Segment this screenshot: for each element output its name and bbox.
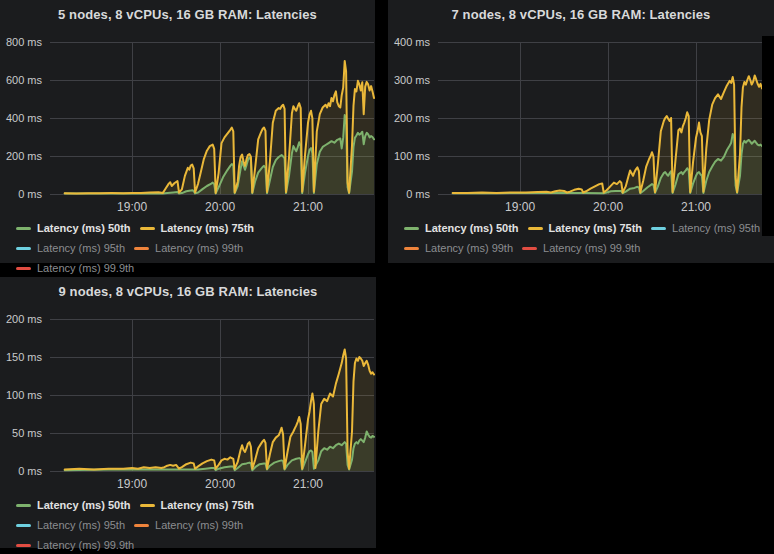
legend-label: Latency (ms) 95th [37, 519, 125, 531]
series-color-icon [140, 227, 155, 230]
legend-label: Latency (ms) 75th [549, 222, 643, 234]
legend-label: Latency (ms) 99.9th [37, 539, 134, 551]
legend-item[interactable]: Latency (ms) 99th [134, 240, 243, 257]
y-axis-tick-label: 600 ms [6, 74, 43, 86]
legend-label: Latency (ms) 50th [37, 499, 131, 511]
series-color-icon [651, 227, 666, 230]
legend-item[interactable]: Latency (ms) 95th [16, 240, 125, 257]
legend-item[interactable]: Latency (ms) 50th [404, 220, 519, 237]
legend-item[interactable]: Latency (ms) 75th [528, 220, 643, 237]
legend-item[interactable]: Latency (ms) 95th [651, 220, 760, 237]
series-color-icon [16, 524, 31, 527]
legend-label: Latency (ms) 99th [425, 242, 513, 254]
y-axis-tick-label: 800 ms [6, 36, 43, 48]
y-axis-tick-label: 0 ms [18, 188, 42, 200]
y-axis-tick-label: 0 ms [18, 465, 42, 477]
y-axis-tick-label: 200 ms [394, 112, 431, 124]
legend-item[interactable]: Latency (ms) 50th [16, 220, 131, 237]
legend-label: Latency (ms) 75th [161, 499, 255, 511]
panel-7-nodes-latencies: 7 nodes, 8 vCPUs, 16 GB RAM: Latencies 4… [388, 0, 774, 263]
series-color-icon [528, 227, 543, 230]
y-axis-tick-label: 150 ms [6, 351, 43, 363]
x-axis-tick-label: 21:00 [681, 200, 711, 214]
x-axis-tick-label: 19:00 [505, 200, 535, 214]
series-fill-p75 [65, 349, 374, 471]
panel-5-nodes-latencies: 5 nodes, 8 vCPUs, 16 GB RAM: Latencies 8… [0, 0, 375, 263]
panel-title[interactable]: 7 nodes, 8 vCPUs, 16 GB RAM: Latencies [388, 0, 774, 32]
series-color-icon [16, 504, 31, 507]
legend-item[interactable]: Latency (ms) 50th [16, 497, 131, 514]
legend-item[interactable]: Latency (ms) 75th [140, 220, 255, 237]
legend-label: Latency (ms) 99.9th [543, 242, 640, 254]
series-color-icon [404, 227, 419, 230]
x-axis-tick-label: 21:00 [293, 200, 323, 214]
series-fill-p75 [453, 75, 762, 194]
series-color-icon [522, 247, 537, 250]
legend-label: Latency (ms) 50th [425, 222, 519, 234]
panel-9-nodes-latencies: 9 nodes, 8 vCPUs, 16 GB RAM: Latencies 2… [0, 277, 376, 548]
series-color-icon [140, 504, 155, 507]
x-axis-tick-label: 20:00 [205, 200, 235, 214]
legend-item[interactable]: Latency (ms) 99th [134, 517, 243, 534]
legend-label: Latency (ms) 99th [155, 519, 243, 531]
y-axis-tick-label: 200 ms [6, 150, 43, 162]
legend-item[interactable]: Latency (ms) 99th [404, 240, 513, 257]
screenshot-black-gap [762, 36, 774, 236]
legend-item[interactable]: Latency (ms) 75th [140, 497, 255, 514]
y-axis-tick-label: 400 ms [6, 112, 43, 124]
panel-title[interactable]: 5 nodes, 8 vCPUs, 16 GB RAM: Latencies [0, 0, 375, 32]
series-color-icon [404, 247, 419, 250]
legend: Latency (ms) 50thLatency (ms) 75thLatenc… [0, 493, 376, 554]
y-axis-tick-label: 200 ms [6, 313, 43, 325]
y-axis-tick-label: 0 ms [406, 188, 430, 200]
legend: Latency (ms) 50thLatency (ms) 75thLatenc… [0, 216, 375, 280]
x-axis-tick-label: 20:00 [205, 477, 235, 491]
legend-item[interactable]: Latency (ms) 99.9th [16, 260, 134, 277]
latency-chart-9-nodes[interactable]: 200 ms150 ms100 ms50 ms0 ms19:0020:0021:… [0, 309, 376, 493]
x-axis-tick-label: 21:00 [293, 477, 323, 491]
legend-item[interactable]: Latency (ms) 95th [16, 517, 125, 534]
x-axis-tick-label: 20:00 [593, 200, 623, 214]
legend: Latency (ms) 50thLatency (ms) 75thLatenc… [388, 216, 774, 260]
series-color-icon [16, 247, 31, 250]
legend-label: Latency (ms) 99.9th [37, 262, 134, 274]
legend-label: Latency (ms) 95th [672, 222, 760, 234]
y-axis-tick-label: 400 ms [394, 36, 431, 48]
series-color-icon [16, 267, 31, 270]
x-axis-tick-label: 19:00 [117, 200, 147, 214]
y-axis-tick-label: 50 ms [12, 427, 42, 439]
legend-item[interactable]: Latency (ms) 99.9th [522, 240, 640, 257]
y-axis-tick-label: 100 ms [394, 150, 431, 162]
panel-title[interactable]: 9 nodes, 8 vCPUs, 16 GB RAM: Latencies [0, 277, 376, 309]
x-axis-tick-label: 19:00 [117, 477, 147, 491]
y-axis-tick-label: 100 ms [6, 389, 43, 401]
y-axis-tick-label: 300 ms [394, 74, 431, 86]
latency-chart-5-nodes[interactable]: 800 ms600 ms400 ms200 ms0 ms19:0020:0021… [0, 32, 375, 216]
series-color-icon [16, 544, 31, 547]
series-color-icon [134, 524, 149, 527]
legend-item[interactable]: Latency (ms) 99.9th [16, 537, 134, 554]
legend-label: Latency (ms) 50th [37, 222, 131, 234]
latency-chart-7-nodes[interactable]: 400 ms300 ms200 ms100 ms0 ms19:0020:0021… [388, 32, 774, 216]
legend-label: Latency (ms) 95th [37, 242, 125, 254]
series-color-icon [134, 247, 149, 250]
series-color-icon [16, 227, 31, 230]
legend-label: Latency (ms) 75th [161, 222, 255, 234]
legend-label: Latency (ms) 99th [155, 242, 243, 254]
